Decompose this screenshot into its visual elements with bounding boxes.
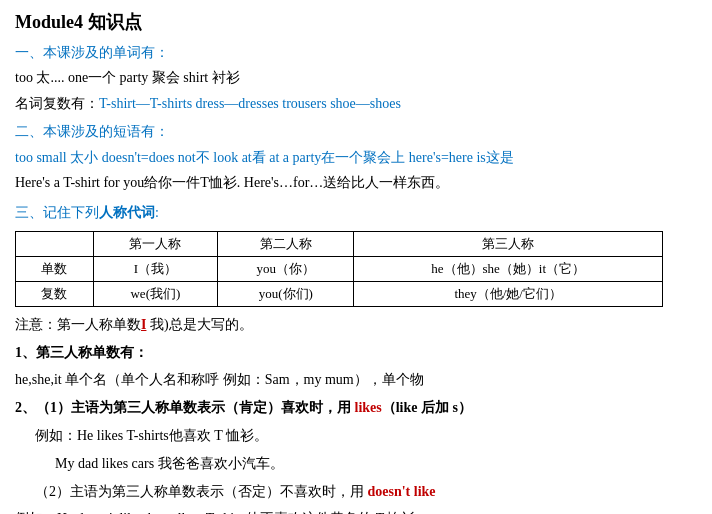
phrases-line2: Here's a T-shirt for you给你一件T恤衫. Here's……: [15, 172, 697, 194]
note3-example1: 例如：He likes T-shirts他喜欢 T 恤衫。: [35, 424, 697, 448]
note1: 注意：第一人称单数I 我)总是大写的。: [15, 313, 697, 337]
section3-text-normal: 三、记住下列: [15, 205, 99, 220]
vocab-trousers: trousers: [282, 96, 326, 111]
table-header-third-person: 第三人称: [354, 231, 662, 256]
page-title: Module4 知识点: [15, 10, 697, 34]
note4-header: （2）主语为第三人称单数表示（否定）不喜欢时，用 doesn't like: [35, 480, 697, 504]
note2-content: he,she,it 单个名（单个人名和称呼 例如：Sam，my mum），单个物: [15, 368, 697, 392]
table-row-singular: 单数 I（我） you（你） he（他）she（她）it（它）: [16, 256, 663, 281]
table-header-empty: [16, 231, 94, 256]
vocab-line1: too 太.... one一个 party 聚会 shirt 衬衫: [15, 67, 697, 89]
vocab-dress: dress—dresses: [196, 96, 279, 111]
note3-header-text: 2、（1）主语为第三人称单数表示（肯定）喜欢时，用: [15, 400, 355, 415]
phrase-look-at: look at看: [213, 150, 266, 165]
note1-text: 注意：第一人称单数: [15, 317, 141, 332]
phrase-heres: here's=here is这是: [409, 150, 514, 165]
section1-header: 一、本课涉及的单词有：: [15, 42, 697, 64]
table-cell-singular-third: he（他）she（她）it（它）: [354, 256, 662, 281]
vocab-line2: 名词复数有：T-shirt—T-shirts dress—dresses tro…: [15, 93, 697, 115]
table-row-plural: 复数 we(我们) you(你们) they（他/她/它们）: [16, 281, 663, 306]
pronoun-table: 第一人称 第二人称 第三人称 单数 I（我） you（你） he（他）she（她…: [15, 231, 663, 307]
table-cell-singular-label: 单数: [16, 256, 94, 281]
vocab-text1: too 太.... one一个 party 聚会 shirt 衬衫: [15, 70, 240, 85]
table-cell-singular-second: you（你）: [218, 256, 354, 281]
table-cell-plural-label: 复数: [16, 281, 94, 306]
note4-doesnt-keyword: doesn't like: [368, 484, 436, 499]
table-cell-singular-first: I（我）: [93, 256, 218, 281]
table-cell-plural-second: you(你们): [218, 281, 354, 306]
vocab-tshirt: T-shirt—T-shirts: [99, 96, 192, 111]
vocab-text2: 名词复数有：: [15, 96, 99, 111]
vocab-shoe: shoe—shoes: [330, 96, 401, 111]
section2-header: 二、本课涉及的短语有：: [15, 121, 697, 143]
note3-likes-desc: （like 后加 s）: [382, 400, 472, 415]
phrases-line1: too small 太小 doesn't=does not不 look at看 …: [15, 147, 697, 169]
phrase-at-party: at a party在一个聚会上: [269, 150, 405, 165]
section3-header: 三、记住下列人称代词:: [15, 202, 697, 224]
note3-likes-keyword: likes: [355, 400, 382, 415]
example2-text: My dad likes cars 我爸爸喜欢小汽车。: [55, 456, 284, 471]
example1-label: 例如：He likes T-shirts他喜欢 T 恤衫。: [35, 428, 268, 443]
table-header-row: 第一人称 第二人称 第三人称: [16, 231, 663, 256]
note3-header: 2、（1）主语为第三人称单数表示（肯定）喜欢时，用 likes（like 后加 …: [15, 396, 697, 420]
note2-header: 1、第三人称单数有：: [15, 341, 697, 365]
table-cell-plural-first: we(我们): [93, 281, 218, 306]
phrase-too-small: too small 太小: [15, 150, 98, 165]
note4-example: 例如：He doesn't like the yellow T-shirt.他不…: [15, 507, 697, 514]
table-header-first-person: 第一人称: [93, 231, 218, 256]
note3-example2: My dad likes cars 我爸爸喜欢小汽车。: [55, 452, 697, 476]
note1-wo: 我)总是大写的。: [146, 317, 252, 332]
note4-text: （2）主语为第三人称单数表示（否定）不喜欢时，用: [35, 484, 368, 499]
section3-text-bold: 人称代词: [99, 205, 155, 220]
table-header-second-person: 第二人称: [218, 231, 354, 256]
table-cell-plural-third: they（他/她/它们）: [354, 281, 662, 306]
section3-colon: :: [155, 205, 159, 220]
phrase-doesnt: doesn't=does not不: [102, 150, 210, 165]
